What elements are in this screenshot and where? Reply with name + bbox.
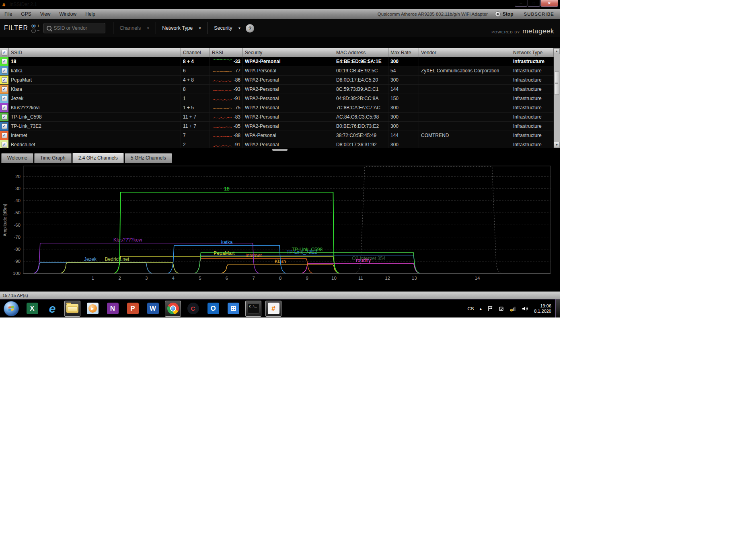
taskbar-powerpoint[interactable]: P [125,301,141,317]
rssi-sparkline [212,133,232,139]
checkbox[interactable]: ✓ [2,50,7,55]
dropdown-network-type[interactable]: Network Type▼ [160,25,204,31]
taskbar-screen-app[interactable]: ⊞ [225,301,241,317]
network-signal-warning-icon[interactable]: ! [510,306,516,311]
menu-bar: FileGPSViewWindowHelp Qualcomm Atheros A… [0,9,560,19]
start-button[interactable] [4,301,19,316]
table-row[interactable]: ✓katka6-77WPA-Personal00:19:CB:4E:92:5C5… [0,66,560,76]
splitter-grip[interactable] [272,149,288,151]
tab-time-graph[interactable]: Time Graph [34,153,72,163]
show-hidden-icons-chevron[interactable]: ▴ [479,306,482,311]
checkbox[interactable]: ✓ [2,86,7,92]
search-icon [47,26,51,31]
dropdown-channels[interactable]: Channels▼ [117,25,152,31]
close-button[interactable]: ✕ [540,0,558,7]
taskbar-media-player[interactable]: ▶ [84,301,101,317]
taskbar-ccleaner[interactable]: C [185,301,201,317]
tab-5-ghz-channels[interactable]: 5 GHz Channels [125,153,172,163]
taskbar-command-prompt[interactable]: C:\_ [245,301,261,317]
checkbox[interactable]: ✓ [2,105,7,111]
search-input[interactable] [53,25,99,31]
checkbox[interactable]: ✓ [2,123,7,129]
column-header-ssid[interactable]: SSID [9,48,181,57]
taskbar-excel[interactable]: X [24,301,40,317]
taskbar-internet-explorer[interactable]: e [44,301,60,317]
subscribe-button[interactable]: SUBSCRIBE [524,12,554,16]
checkbox[interactable]: ✓ [2,133,7,138]
file-explorer-icon [66,304,78,313]
adapter-selector[interactable]: Qualcomm Atheros AR9285 802.11b/g/n WiFi… [378,12,488,16]
taskbar-file-explorer[interactable] [64,301,80,317]
menu-item-window[interactable]: Window [55,9,81,19]
table-row[interactable]: ✓Jezek1-91WPA2-Personal04:8D:39:2B:CC:8A… [0,94,560,103]
header-checkbox-cell[interactable]: ✓ [0,48,9,57]
menu-item-file[interactable]: File [0,9,16,19]
channel-cell: 1 [181,94,210,103]
column-header-max-rate[interactable]: Max Rate [388,48,419,57]
network-type-cell: Infrastructure [511,103,554,112]
scroll-thumb[interactable] [554,72,559,95]
gap-strip [0,37,560,48]
search-box[interactable] [43,23,105,33]
column-header-vendor[interactable]: Vendor [419,48,511,57]
column-header-channel[interactable]: Channel [181,48,210,57]
taskbar-onenote[interactable]: N [105,301,121,317]
table-row[interactable]: ✓TP-Link_73E211 + 7-85WPA2-PersonalB0:BE… [0,122,560,131]
vendor-cell: COMTREND [419,131,511,140]
chevron-down-icon: ▼ [198,27,201,30]
menu-item-help[interactable]: Help [81,9,100,19]
security-cell: WPA2-Personal [243,113,334,121]
channel-cell: 8 [181,85,210,94]
svg-text:11: 11 [358,276,363,281]
column-header-mac-address[interactable]: MAC Address [334,48,388,57]
splitter[interactable] [0,148,560,152]
table-row[interactable]: ✓Klara8-93WPA2-Personal8C:59:73:B9:AC:C1… [0,85,560,94]
security-cell: WPA-Personal [243,66,334,75]
taskbar-chrome[interactable] [165,301,181,317]
taskbar-outlook[interactable]: O [205,301,221,317]
table-row[interactable]: ✓Internet7-88WPA-Personal38:72:C0:5E:45:… [0,131,560,140]
maximize-button[interactable]: □ [528,0,540,7]
network-type-cell: Infrastructure [511,66,554,75]
menu-item-view[interactable]: View [36,9,55,19]
scroll-down-button[interactable]: ▼ [554,142,560,148]
column-header-network-type[interactable]: Network Type [511,48,554,57]
show-desktop-button[interactable] [555,299,560,317]
table-scrollbar[interactable]: ▲ ▼ [554,48,560,148]
svg-text:-90: -90 [14,259,21,264]
table-row[interactable]: ✓Klus????kovi1 + 5-75WPA2-Personal7C:8B:… [0,103,560,113]
taskbar-inssider[interactable]: # [265,301,281,317]
help-button[interactable]: ? [246,24,254,33]
vendor-cell [419,57,511,66]
tab-welcome[interactable]: Welcome [1,153,33,163]
checkbox[interactable]: ✓ [2,77,7,83]
volume-icon[interactable] [522,306,528,311]
checkbox[interactable]: ✓ [2,114,7,120]
checkbox[interactable]: ✓ [2,142,7,147]
dropdown-security[interactable]: Security▼ [212,25,243,31]
taskbar-word[interactable]: W [145,301,161,317]
scroll-up-button[interactable]: ▲ [554,48,560,54]
column-header-rssi[interactable]: RSSI [210,48,243,57]
gps-filter-toggle[interactable]: + − [31,23,39,33]
minimize-button[interactable]: ─ [515,0,527,7]
rssi-cell: -77 [210,66,243,75]
checkbox[interactable]: ✓ [2,96,7,101]
checkbox[interactable]: ✓ [2,68,7,74]
svg-text:-70: -70 [14,235,21,240]
table-row[interactable]: ✓TP-Link_C59811 + 7-83WPA2-PersonalAC:84… [0,113,560,122]
stop-button[interactable]: Stop [495,11,514,17]
network-label-TP-Link-C598: TP-Link_C598 [292,247,323,252]
table-row[interactable]: ✓PepaMart4 + 8-86WPA2-PersonalD8:0D:17:E… [0,76,560,85]
action-center-flag-icon[interactable] [487,306,493,311]
checkbox[interactable]: ✓ [2,59,7,64]
column-header-security[interactable]: Security [243,48,334,57]
clock[interactable]: 19:06 8.1.2020 [534,303,551,314]
language-indicator[interactable]: CS [467,306,474,311]
table-row[interactable]: ✓188 + 4-33WPA2-PersonalE4:BE:ED:9E:5A:1… [0,57,560,66]
max-rate-cell: 300 [388,76,419,84]
tab-2-4-ghz-channels[interactable]: 2.4 GHz Channels [72,153,124,163]
safely-remove-icon[interactable] [499,306,504,311]
menu-item-gps[interactable]: GPS [16,9,35,19]
channel-cell: 11 + 7 [181,113,210,121]
